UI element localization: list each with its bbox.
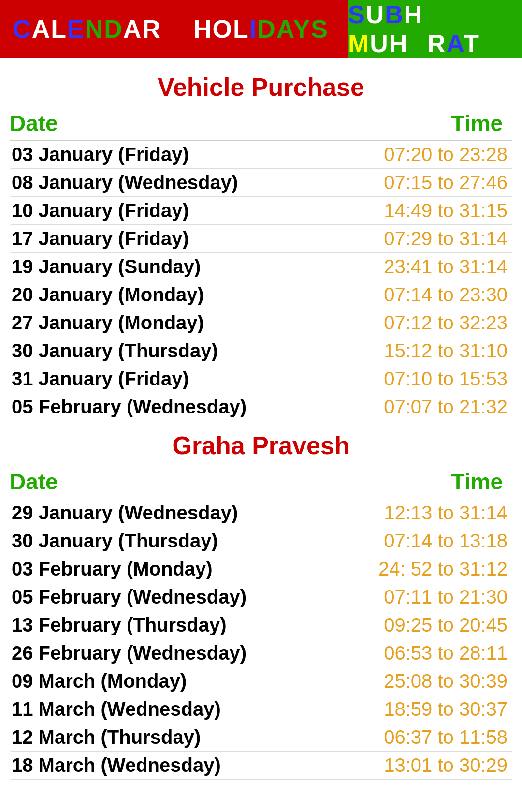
table-row: 31 January (Friday) 07:10 to 15:53 <box>10 365 512 393</box>
section-title-vehicle: Vehicle Purchase <box>10 63 512 106</box>
calendar-label: CALENDAR <box>13 15 161 44</box>
row-date: 09 March (Monday) <box>12 670 260 692</box>
table-row: 11 March (Wednesday) 18:59 to 30:37 <box>10 695 512 723</box>
row-time: 07:15 to 27:46 <box>260 172 512 193</box>
row-date: 03 February (Monday) <box>12 558 260 580</box>
table-row: 26 February (Wednesday) 06:53 to 28:11 <box>10 639 512 667</box>
table-row: 29 January (Wednesday) 12:13 to 31:14 <box>10 499 512 527</box>
table-row: 05 February (Wednesday) 07:07 to 21:32 <box>10 393 512 421</box>
row-date: 20 January (Monday) <box>12 284 260 306</box>
row-date: 26 February (Wednesday) <box>12 642 260 664</box>
row-time: 13:01 to 30:29 <box>260 754 512 776</box>
row-time: 07:29 to 31:14 <box>260 228 512 250</box>
row-date: 11 March (Wednesday) <box>12 698 260 720</box>
table-row: 13 February (Thursday) 09:25 to 20:45 <box>10 611 512 639</box>
row-time: 12:13 to 31:14 <box>260 502 512 524</box>
table-row: 03 January (Friday) 07:20 to 23:28 <box>10 141 512 169</box>
vehicle-purchase-table: Date Time 03 January (Friday) 07:20 to 2… <box>10 106 512 421</box>
row-date: 17 January (Friday) <box>12 228 260 250</box>
row-date: 30 January (Thursday) <box>12 530 260 552</box>
time-header-vehicle: Time <box>256 110 512 136</box>
row-time: 06:53 to 28:11 <box>260 642 512 664</box>
row-time: 23:41 to 31:14 <box>260 256 512 278</box>
tab-calendar[interactable]: CALENDAR <box>0 0 174 58</box>
date-header-vehicle: Date <box>10 110 256 136</box>
row-date: 05 February (Wednesday) <box>12 586 260 608</box>
table-row: 12 March (Thursday) 06:37 to 11:58 <box>10 723 512 752</box>
time-header-graha: Time <box>256 469 512 495</box>
row-time: 07:20 to 23:28 <box>260 144 512 165</box>
row-time: 15:12 to 31:10 <box>260 340 512 362</box>
table-row: 20 January (Monday) 07:14 to 23:30 <box>10 281 512 309</box>
tab-subh-muhurat[interactable]: SUBH MUHURAT <box>348 0 522 58</box>
row-time: 24: 52 to 31:12 <box>260 558 512 580</box>
section-title-graha: Graha Pravesh <box>10 421 512 465</box>
row-time: 07:07 to 21:32 <box>260 396 512 418</box>
table-row: 08 January (Wednesday) 07:15 to 27:46 <box>10 169 512 197</box>
row-date: 30 January (Thursday) <box>12 340 260 362</box>
row-date: 27 January (Monday) <box>12 312 260 334</box>
row-date: 18 March (Wednesday) <box>12 754 260 776</box>
main-content: Vehicle Purchase Date Time 03 January (F… <box>0 58 522 784</box>
row-date: 19 January (Sunday) <box>12 256 260 278</box>
row-date: 13 February (Thursday) <box>12 614 260 636</box>
header: CALENDAR HOLIDAYS SUBH MUHURAT <box>0 0 522 58</box>
table-row: 18 March (Wednesday) 13:01 to 30:29 <box>10 752 512 780</box>
row-date: 10 January (Friday) <box>12 200 260 221</box>
row-time: 06:37 to 11:58 <box>260 726 512 748</box>
row-time: 14:49 to 31:15 <box>260 200 512 221</box>
date-header-graha: Date <box>10 469 256 495</box>
row-time: 07:14 to 23:30 <box>260 284 512 306</box>
table-row: 17 January (Friday) 07:29 to 31:14 <box>10 225 512 253</box>
row-time: 07:10 to 15:53 <box>260 368 512 390</box>
row-date: 31 January (Friday) <box>12 368 260 390</box>
row-date: 29 January (Wednesday) <box>12 502 260 524</box>
graha-table-headers: Date Time <box>10 465 512 499</box>
table-row: 19 January (Sunday) 23:41 to 31:14 <box>10 253 512 281</box>
vehicle-table-headers: Date Time <box>10 106 512 141</box>
row-time: 25:08 to 30:39 <box>260 670 512 692</box>
holidays-label: HOLIDAYS <box>193 15 329 44</box>
graha-pravesh-table: Date Time 29 January (Wednesday) 12:13 t… <box>10 465 512 780</box>
tab-holidays[interactable]: HOLIDAYS <box>174 0 348 58</box>
table-row: 30 January (Thursday) 15:12 to 31:10 <box>10 337 512 365</box>
table-row: 30 January (Thursday) 07:14 to 13:18 <box>10 527 512 555</box>
row-time: 09:25 to 20:45 <box>260 614 512 636</box>
table-row: 09 March (Monday) 25:08 to 30:39 <box>10 667 512 695</box>
row-date: 05 February (Wednesday) <box>12 396 260 418</box>
row-time: 07:14 to 13:18 <box>260 530 512 552</box>
row-date: 03 January (Friday) <box>12 144 260 165</box>
row-time: 18:59 to 30:37 <box>260 698 512 720</box>
subh-label: SUBH MUHURAT <box>348 0 522 58</box>
row-date: 08 January (Wednesday) <box>12 172 260 193</box>
row-time: 07:11 to 21:30 <box>260 586 512 608</box>
table-row: 10 January (Friday) 14:49 to 31:15 <box>10 197 512 225</box>
table-row: 03 February (Monday) 24: 52 to 31:12 <box>10 555 512 583</box>
table-row: 27 January (Monday) 07:12 to 32:23 <box>10 309 512 337</box>
row-date: 12 March (Thursday) <box>12 726 260 748</box>
row-time: 07:12 to 32:23 <box>260 312 512 334</box>
table-row: 05 February (Wednesday) 07:11 to 21:30 <box>10 583 512 611</box>
